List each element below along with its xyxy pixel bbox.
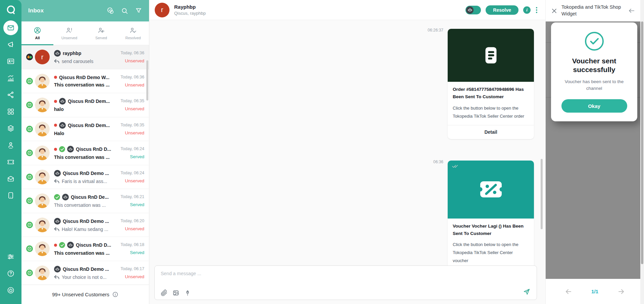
reply-arrow-icon <box>54 275 59 280</box>
conversation-list-item[interactable]: Qiscus RnD Demo W... This conversation w… <box>21 69 149 94</box>
message-thread: 06:26:37 Order #581477758470948696 Has B… <box>149 20 545 265</box>
inbox-tabs: All Unserved Served Resolved <box>21 21 149 45</box>
bulk-resolve-icon[interactable] <box>106 7 114 15</box>
avatar-wrap <box>35 218 50 232</box>
avatar-wrap <box>35 74 50 88</box>
close-icon[interactable] <box>551 8 557 14</box>
conversation-name: Qiscus RnD Dem... <box>68 99 110 104</box>
avatar <box>35 170 50 184</box>
conversation-status: Unserved <box>125 130 144 135</box>
bar-chart-icon[interactable] <box>0 70 21 86</box>
mailbox-icon[interactable] <box>0 170 21 187</box>
conversation-texts: Qiscus RnD Demo ... Halo! Kamu sedang ..… <box>54 218 117 232</box>
conversation-meta: Today, 06:24 Served <box>120 146 144 159</box>
power-icon[interactable] <box>0 282 21 299</box>
last-message: Halo <box>54 131 64 136</box>
last-message: This conversation was ... <box>54 155 110 160</box>
message-input[interactable] <box>155 266 537 287</box>
conversation-texts: Qiscus RnD Demo ... Your choice is not o… <box>54 266 117 280</box>
reply-arrow-icon <box>54 227 59 232</box>
widget-title: Tokopedia and TikTok Shop Widget <box>561 4 624 17</box>
list-scrollbar[interactable] <box>146 60 148 101</box>
id-card-icon[interactable] <box>0 53 21 70</box>
megaphone-icon[interactable] <box>0 36 21 53</box>
conversation-list-item[interactable]: Qiscus RnD Dem... halo Today, 06:35 Unse… <box>21 93 149 117</box>
avatar-wrap: r <box>35 50 50 64</box>
conversation-name: Qiscus RnD D... <box>76 146 111 152</box>
panel-scrollbar[interactable] <box>640 0 644 304</box>
tab-served[interactable]: Served <box>85 21 117 45</box>
channel-badge <box>26 102 33 108</box>
sliders-icon[interactable] <box>0 248 21 265</box>
unread-dot-icon <box>54 124 57 127</box>
grid-icon[interactable] <box>0 103 21 120</box>
conversation-name: Qiscus RnD Demo ... <box>63 266 109 272</box>
ticket-icon[interactable] <box>0 154 21 170</box>
send-icon[interactable] <box>523 288 531 296</box>
conversation-list-item[interactable]: Qiscus RnD Demo ... Your choice is not o… <box>21 261 149 285</box>
help-circle-icon[interactable] <box>0 265 21 282</box>
bot-icon <box>54 170 61 177</box>
widget-header: Tokopedia and TikTok Shop Widget <box>546 0 644 21</box>
conversation-time: Today, 06:36 <box>120 75 144 79</box>
voucher-ticket-icon <box>478 180 504 199</box>
avatar <box>35 98 50 112</box>
prev-page-icon[interactable] <box>564 288 573 296</box>
conversation-list-item[interactable]: Qiscus RnD Dem... Halo Today, 06:35 Unse… <box>21 117 149 141</box>
tab-resolved-label: Resolved <box>126 36 141 40</box>
last-message: halo <box>54 107 64 112</box>
conversation-status: Served <box>130 154 144 159</box>
resolved-check-icon <box>54 194 60 200</box>
layers-icon[interactable] <box>0 120 21 137</box>
tab-all-label: All <box>35 36 40 40</box>
info-outline-icon[interactable] <box>112 291 118 298</box>
avatar-wrap <box>35 170 50 184</box>
kebab-menu-icon[interactable] <box>535 6 538 14</box>
image-icon[interactable] <box>172 290 179 296</box>
order-detail-button[interactable]: Detail <box>448 125 534 139</box>
app-root: Inbox All Unserved <box>0 0 644 304</box>
avatar <box>35 193 50 208</box>
tab-served-label: Served <box>95 36 107 40</box>
conversation-list-item[interactable]: Qiscus RnD Demo ... Halo! Kamu sedang ..… <box>21 213 149 237</box>
bot-toggle[interactable] <box>465 6 481 14</box>
tab-resolved[interactable]: Resolved <box>117 21 149 45</box>
conversation-list-item[interactable]: Qiscus RnD D... This conversation was ..… <box>21 237 149 261</box>
bot-icon <box>59 122 66 129</box>
tab-all[interactable]: All <box>21 21 53 45</box>
conversation-status: Served <box>130 250 144 255</box>
user-line-icon[interactable] <box>0 137 21 154</box>
tablet-icon[interactable] <box>0 187 21 204</box>
conversation-time: Today, 06:24 <box>120 171 144 175</box>
share-nodes-icon[interactable] <box>0 86 21 103</box>
attachment-icon[interactable] <box>161 290 167 296</box>
inbox-header-icons <box>106 7 142 15</box>
resolve-button[interactable]: Resolve <box>486 5 518 15</box>
last-message: This conversation was ... <box>54 82 110 87</box>
conversation-list-item[interactable]: r rayphbp send carousels Today, 06 <box>21 45 149 69</box>
chat-scrollbar[interactable] <box>541 159 543 229</box>
next-page-icon[interactable] <box>617 288 625 296</box>
inbox-footer: 99+ Unserved Customers <box>21 285 149 304</box>
rocket-icon[interactable] <box>184 290 191 296</box>
conversation-list-item[interactable]: Qiscus RnD Demo ... Faris is a virtual a… <box>21 165 149 189</box>
tab-unserved[interactable]: Unserved <box>53 21 85 45</box>
info-icon[interactable]: i <box>523 6 531 14</box>
filter-icon[interactable] <box>135 7 142 14</box>
search-icon[interactable] <box>121 7 129 15</box>
conversation-name: Qiscus RnD D... <box>76 242 111 248</box>
message-voucher-card: 06:36 Voucher Vocher Lagi () Has Been Se… <box>433 161 534 265</box>
conversation-meta: Today, 06:24 Unserved <box>120 171 144 183</box>
conversation-list-item[interactable]: Qiscus RnD De... This conversation was .… <box>21 189 149 213</box>
conversation-texts: Qiscus RnD Dem... Halo <box>54 122 117 136</box>
okay-button[interactable]: Okay <box>561 99 627 113</box>
conversation-status: Unserved <box>125 274 144 279</box>
conversation-meta: Today, 06:35 Unserved <box>120 123 144 135</box>
avatar <box>35 145 50 160</box>
inbox-mail-icon[interactable] <box>0 19 21 36</box>
conversation-list: r rayphbp send carousels Today, 06 <box>21 45 149 285</box>
conversation-status: Served <box>130 202 144 207</box>
conversation-list-item[interactable]: Qiscus RnD D... This conversation was ..… <box>21 141 149 165</box>
back-arrow-icon[interactable] <box>628 7 635 14</box>
delivered-ticks-icon <box>452 164 459 170</box>
